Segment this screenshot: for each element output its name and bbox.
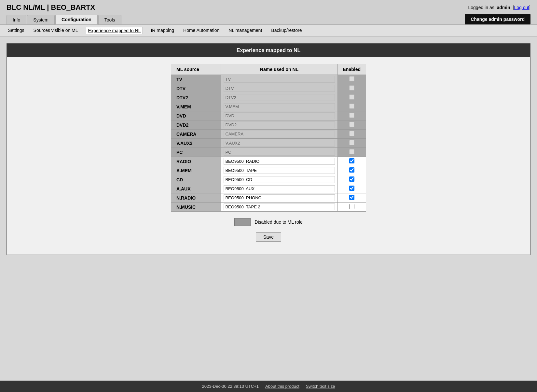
name-cell[interactable]: [221, 175, 337, 184]
name-cell[interactable]: [221, 84, 337, 93]
name-input[interactable]: [224, 140, 335, 147]
col-header-name-used: Name used on NL: [221, 64, 337, 75]
footer: 2023-Dec-30 22:39:13 UTC+1 About this pr…: [0, 381, 537, 392]
enabled-checkbox[interactable]: [349, 122, 354, 127]
enabled-cell[interactable]: [337, 139, 366, 148]
name-cell[interactable]: [221, 184, 337, 193]
name-input[interactable]: [224, 149, 335, 156]
enabled-checkbox[interactable]: [349, 149, 354, 154]
table-row: DTV2: [171, 93, 366, 102]
ml-source-cell: V.MEM: [171, 102, 221, 111]
about-product-link[interactable]: About this product: [265, 384, 299, 389]
enabled-checkbox[interactable]: [349, 104, 354, 109]
enabled-checkbox[interactable]: [349, 204, 354, 209]
name-cell[interactable]: [221, 148, 337, 157]
name-input[interactable]: [224, 121, 335, 128]
tab-bar: Info System Configuration Tools Change a…: [0, 12, 537, 24]
subnav-sources-visible[interactable]: Sources visible on ML: [32, 27, 79, 34]
name-cell[interactable]: [221, 111, 337, 120]
tab-system[interactable]: System: [27, 15, 55, 24]
enabled-cell[interactable]: [337, 184, 366, 193]
name-cell[interactable]: [221, 130, 337, 139]
name-input[interactable]: [224, 94, 335, 101]
ml-source-cell: RADIO: [171, 157, 221, 166]
name-cell[interactable]: [221, 75, 337, 84]
name-cell[interactable]: [221, 203, 337, 212]
subnav-home-automation[interactable]: Home Automation: [182, 27, 221, 34]
subnav-settings[interactable]: Settings: [7, 27, 26, 34]
tab-configuration[interactable]: Configuration: [55, 15, 98, 24]
name-cell[interactable]: [221, 193, 337, 203]
tab-info[interactable]: Info: [7, 15, 26, 24]
enabled-cell[interactable]: [337, 84, 366, 93]
enabled-cell[interactable]: [337, 102, 366, 111]
enabled-cell[interactable]: [337, 130, 366, 139]
legend-color-box: [234, 218, 251, 226]
enabled-checkbox[interactable]: [349, 85, 354, 91]
name-input[interactable]: [224, 85, 335, 92]
login-info-text: Logged in as:: [468, 5, 497, 10]
enabled-cell[interactable]: [337, 148, 366, 157]
subnav-ir-mapping[interactable]: IR mapping: [149, 27, 175, 34]
name-input[interactable]: [224, 158, 335, 165]
name-input[interactable]: [224, 131, 335, 137]
name-input[interactable]: [224, 167, 335, 174]
enabled-checkbox[interactable]: [349, 140, 354, 145]
name-input[interactable]: [224, 112, 335, 119]
enabled-checkbox[interactable]: [349, 176, 354, 182]
enabled-checkbox[interactable]: [349, 158, 354, 163]
name-input[interactable]: [224, 203, 335, 210]
enabled-cell[interactable]: [337, 175, 366, 184]
name-cell[interactable]: [221, 120, 337, 130]
change-admin-password-button[interactable]: Change admin password: [465, 14, 530, 24]
switch-text-size-link[interactable]: Switch text size: [306, 384, 335, 389]
table-row: DTV: [171, 84, 366, 93]
subnav-experience-mapped[interactable]: Experience mapped to NL: [86, 27, 143, 34]
name-cell[interactable]: [221, 93, 337, 102]
enabled-checkbox[interactable]: [349, 186, 354, 191]
enabled-checkbox[interactable]: [349, 94, 354, 100]
table-row: N.MUSIC: [171, 203, 366, 212]
save-button[interactable]: Save: [256, 232, 281, 242]
ml-source-cell: V.AUX2: [171, 139, 221, 148]
logout-link[interactable]: Log out: [514, 5, 529, 10]
name-input[interactable]: [224, 176, 335, 183]
enabled-cell[interactable]: [337, 157, 366, 166]
subnav-nl-management[interactable]: NL management: [227, 27, 263, 34]
tab-tools[interactable]: Tools: [98, 15, 121, 24]
table-row: PC: [171, 148, 366, 157]
name-cell[interactable]: [221, 102, 337, 111]
name-input[interactable]: [224, 76, 335, 83]
table-row: DVD2: [171, 120, 366, 130]
header: BLC NL/ML | BEO_BARTX Logged in as: admi…: [0, 0, 537, 12]
enabled-checkbox[interactable]: [349, 131, 354, 136]
enabled-checkbox[interactable]: [349, 167, 354, 173]
name-input[interactable]: [224, 194, 335, 201]
enabled-cell[interactable]: [337, 75, 366, 84]
sources-table: ML source Name used on NL Enabled TVDTVD…: [171, 64, 366, 212]
login-section: Logged in as: admin [Log out]: [468, 5, 530, 10]
ml-source-cell: PC: [171, 148, 221, 157]
enabled-checkbox[interactable]: [349, 76, 354, 81]
enabled-checkbox[interactable]: [349, 195, 354, 200]
ml-source-cell: A.MEM: [171, 166, 221, 175]
enabled-cell[interactable]: [337, 166, 366, 175]
enabled-cell[interactable]: [337, 193, 366, 203]
subnav-backup-restore[interactable]: Backup/restore: [270, 27, 303, 34]
name-input[interactable]: [224, 103, 335, 110]
main-content: Experience mapped to NL ML source Name u…: [0, 36, 537, 381]
name-cell[interactable]: [221, 166, 337, 175]
table-row: A.MEM: [171, 166, 366, 175]
enabled-cell[interactable]: [337, 203, 366, 212]
sub-nav: Settings Sources visible on ML Experienc…: [0, 24, 537, 36]
enabled-cell[interactable]: [337, 120, 366, 130]
enabled-cell[interactable]: [337, 93, 366, 102]
name-cell[interactable]: [221, 157, 337, 166]
table-row: N.RADIO: [171, 193, 366, 203]
enabled-checkbox[interactable]: [349, 113, 354, 118]
enabled-cell[interactable]: [337, 111, 366, 120]
name-cell[interactable]: [221, 139, 337, 148]
card-header: Experience mapped to NL: [7, 44, 530, 57]
ml-source-cell: DTV2: [171, 93, 221, 102]
name-input[interactable]: [224, 185, 335, 192]
